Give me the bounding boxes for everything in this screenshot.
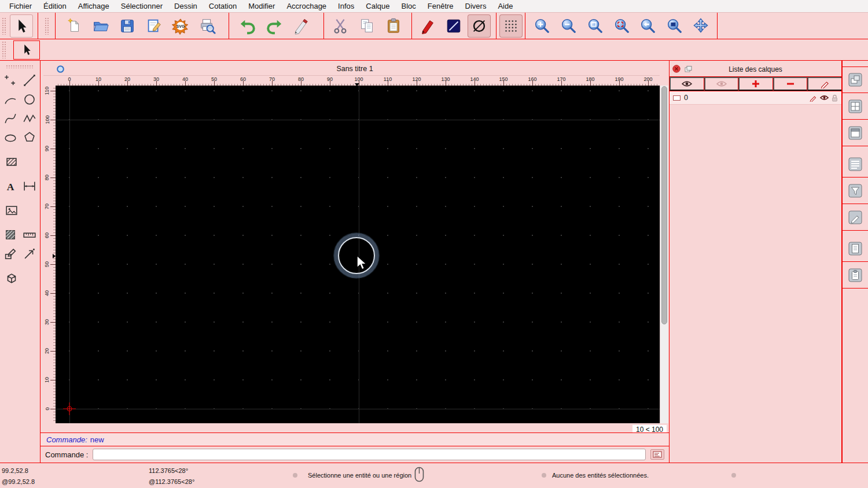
tool-palette: A bbox=[0, 61, 41, 463]
toolbar-drag-handle[interactable] bbox=[45, 17, 49, 35]
menu-item[interactable]: Infos bbox=[332, 0, 360, 13]
add-layer-button[interactable] bbox=[738, 77, 773, 91]
vertical-scrollbar[interactable] bbox=[660, 86, 668, 423]
eye-faded-icon bbox=[716, 80, 727, 87]
menu-item[interactable]: Modifier bbox=[242, 0, 281, 13]
h-ruler-labels: 0102030405060708090100110120130140150160… bbox=[69, 76, 660, 82]
select-tool-button[interactable] bbox=[10, 14, 33, 38]
pen-dock-toggle[interactable] bbox=[843, 204, 868, 231]
menu-item[interactable]: Fenêtre bbox=[422, 0, 459, 13]
spline-tool-button[interactable] bbox=[2, 110, 19, 127]
image-tool-button[interactable] bbox=[3, 202, 20, 219]
remove-layer-button[interactable] bbox=[773, 77, 808, 91]
layers-dock-toggle[interactable] bbox=[843, 66, 868, 93]
menu-item[interactable]: Affichage bbox=[72, 0, 115, 13]
undo-button[interactable] bbox=[236, 14, 259, 38]
palette-drag-handle[interactable] bbox=[6, 65, 34, 68]
list-dock-toggle[interactable] bbox=[843, 151, 868, 178]
h-ruler-label: 30 bbox=[142, 76, 171, 82]
points-tool-button[interactable] bbox=[2, 72, 19, 89]
show-all-layers-button[interactable] bbox=[670, 77, 704, 91]
h-ruler-label: 190 bbox=[605, 76, 634, 82]
command-options-button[interactable] bbox=[650, 449, 664, 460]
layer-edit-pencil-icon[interactable] bbox=[810, 94, 817, 102]
copy-button[interactable] bbox=[355, 14, 378, 38]
layer-lock-icon[interactable] bbox=[832, 94, 838, 102]
blocks-dock-toggle[interactable] bbox=[843, 93, 868, 120]
snap-tool-button[interactable] bbox=[21, 245, 38, 263]
dimension-tool-icon bbox=[22, 179, 37, 194]
pen-edit-button[interactable] bbox=[289, 14, 312, 38]
new-document-button[interactable] bbox=[62, 14, 86, 38]
zoom-pan-button[interactable] bbox=[636, 14, 659, 38]
ellipse-tool-button[interactable] bbox=[2, 129, 19, 146]
h-ruler-label: 200 bbox=[634, 76, 660, 82]
document-titlebar[interactable]: Sans titre 1 bbox=[41, 63, 669, 75]
hide-construction-layers-button[interactable] bbox=[704, 77, 739, 91]
open-button[interactable] bbox=[89, 14, 112, 38]
menu-item[interactable]: Bloc bbox=[395, 0, 421, 13]
text-tool-button[interactable]: A bbox=[2, 178, 19, 195]
window-dock-toggle[interactable] bbox=[843, 120, 868, 146]
toolbar-group-select bbox=[0, 13, 38, 39]
menu-item[interactable]: Calque bbox=[360, 0, 395, 13]
polygon-tool-button[interactable] bbox=[21, 129, 38, 146]
svg-export-button[interactable]: SVG bbox=[169, 14, 192, 38]
mouse-cursor-icon bbox=[356, 256, 370, 271]
document-dock-toggle[interactable] bbox=[843, 235, 868, 262]
cut-button[interactable] bbox=[329, 14, 352, 38]
edit-layer-button[interactable] bbox=[807, 77, 841, 91]
save-as-button[interactable] bbox=[142, 14, 165, 38]
menu-item[interactable]: Fichier bbox=[3, 0, 38, 13]
measure-tool-button[interactable] bbox=[21, 226, 38, 243]
polyline-tool-button[interactable] bbox=[21, 110, 38, 127]
filter-dock-toggle[interactable] bbox=[843, 178, 868, 204]
modify-tool-button[interactable] bbox=[2, 245, 19, 263]
layer-row[interactable]: 0 bbox=[670, 91, 841, 105]
zoom-out-button[interactable] bbox=[557, 14, 580, 38]
line-attributes-button[interactable] bbox=[442, 14, 465, 38]
hatch-tool-button[interactable] bbox=[3, 153, 20, 171]
zoom-window-button[interactable] bbox=[663, 14, 686, 38]
drawing-canvas[interactable] bbox=[56, 86, 660, 423]
save-button[interactable] bbox=[116, 14, 139, 38]
menu-item[interactable]: Aide bbox=[492, 0, 518, 13]
redo-button[interactable] bbox=[263, 14, 286, 38]
circle-attributes-button[interactable] bbox=[468, 14, 491, 38]
scrollbar-thumb[interactable] bbox=[661, 86, 667, 324]
layer-visibility-eye-icon[interactable] bbox=[820, 95, 829, 101]
menu-item[interactable]: Cotation bbox=[203, 0, 242, 13]
paste-button[interactable] bbox=[382, 14, 405, 38]
menu-item[interactable]: Divers bbox=[459, 0, 492, 13]
undo-icon bbox=[239, 17, 256, 35]
command-input[interactable] bbox=[93, 449, 646, 460]
selection-status: Aucune des entités sélectionnées. bbox=[552, 472, 649, 479]
dimension-tool-button[interactable] bbox=[21, 178, 38, 195]
toolbar-drag-handle[interactable] bbox=[2, 17, 6, 35]
menu-item[interactable]: Sélectionner bbox=[115, 0, 168, 13]
h-ruler-label: 60 bbox=[229, 76, 258, 82]
print-preview-button[interactable] bbox=[196, 14, 219, 38]
line-tool-button[interactable] bbox=[21, 72, 38, 89]
arc-tool-button[interactable] bbox=[2, 91, 19, 108]
command-input-row: Commande : bbox=[41, 446, 669, 463]
pen-attributes-button[interactable] bbox=[417, 14, 440, 38]
zoom-auto-button[interactable] bbox=[583, 14, 606, 38]
select-tool-button-2[interactable] bbox=[17, 42, 36, 58]
clipboard-dock-toggle[interactable] bbox=[843, 262, 868, 289]
plus-icon bbox=[752, 80, 760, 88]
circle-tool-button[interactable] bbox=[21, 91, 38, 108]
solid-tool-button[interactable] bbox=[3, 269, 20, 287]
layer-swatch-icon[interactable] bbox=[673, 95, 681, 101]
toolbar-drag-handle[interactable] bbox=[2, 41, 6, 58]
menu-item[interactable]: Accrochage bbox=[281, 0, 332, 13]
grid-toggle-button[interactable] bbox=[499, 14, 523, 38]
menu-item[interactable]: Édition bbox=[38, 0, 72, 13]
zoom-in-button[interactable] bbox=[530, 14, 553, 38]
menu-item[interactable]: Dessin bbox=[168, 0, 203, 13]
circle-tool-icon bbox=[22, 92, 37, 107]
v-ruler-label: 110 bbox=[43, 86, 51, 105]
zoom-previous-button[interactable] bbox=[610, 14, 633, 38]
order-tool-button[interactable] bbox=[2, 226, 19, 243]
pan-view-button[interactable] bbox=[689, 14, 712, 38]
